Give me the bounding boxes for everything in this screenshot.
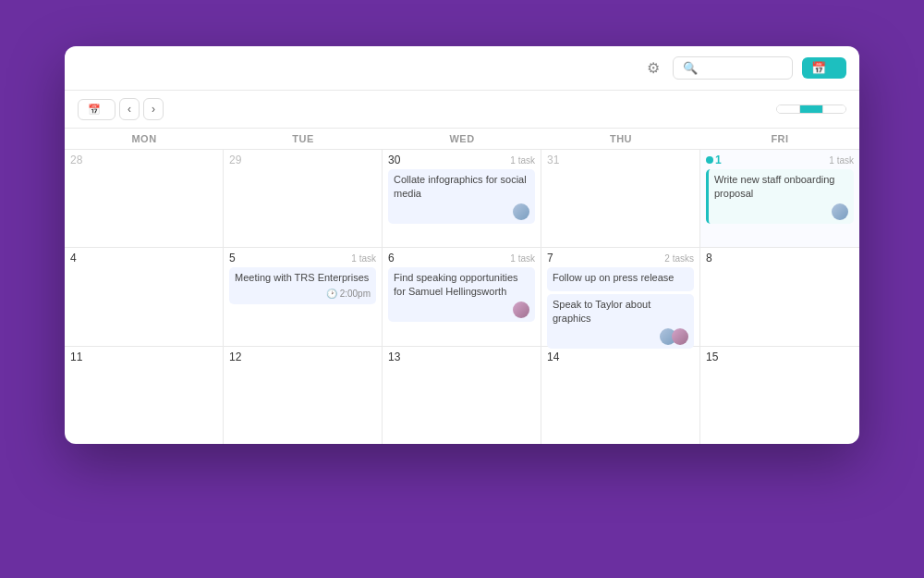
- task-card[interactable]: Write new staff onboarding proposal: [706, 169, 854, 224]
- day-cell: 8: [700, 248, 859, 345]
- day-cell: 61 taskFind speaking opportunities for S…: [383, 248, 541, 345]
- avatar-group: [660, 328, 688, 345]
- day-number: 14: [547, 350, 559, 363]
- day-number: 4: [70, 252, 77, 264]
- today-button[interactable]: 📅: [78, 99, 116, 120]
- task-card[interactable]: Speak to Taylor about graphics: [547, 294, 694, 349]
- calendar-tag[interactable]: 📅: [802, 57, 846, 79]
- day-cell: 29: [224, 150, 383, 247]
- day-cell: 14: [541, 347, 700, 444]
- day-number: 29: [229, 154, 241, 166]
- view-toggle: [776, 105, 846, 114]
- 5day-view-button[interactable]: [823, 105, 845, 113]
- day-number: 11: [70, 350, 82, 363]
- month-view-button[interactable]: [800, 105, 823, 113]
- day-number: 6: [388, 252, 395, 264]
- day-number: 7: [547, 252, 553, 264]
- task-meta: [394, 203, 529, 220]
- day-number: 1: [706, 154, 722, 166]
- day-number: 31: [547, 154, 559, 166]
- day-cell: 72 tasksFollow up on press releaseSpeak …: [541, 248, 700, 345]
- day-headers: MONTUEWEDTHUFRI: [65, 129, 859, 150]
- task-time: 🕑 2:00pm: [326, 288, 371, 301]
- toolbar: ⚙ 🔍 📅: [65, 46, 859, 91]
- day-cell: 13: [383, 347, 541, 444]
- day-cell: 11 taskWrite new staff onboarding propos…: [700, 150, 859, 247]
- day-cell: 301 taskCollate infographics for social …: [383, 150, 541, 247]
- nav-left: 📅 ‹ ›: [78, 98, 164, 120]
- task-text: Collate infographics for social media: [394, 173, 529, 201]
- week-row: 2829301 taskCollate infographics for soc…: [65, 150, 859, 248]
- task-count: 1 task: [510, 253, 535, 264]
- calendar-grid: MONTUEWEDTHUFRI 2829301 taskCollate info…: [65, 129, 859, 444]
- gear-button[interactable]: ⚙: [643, 55, 663, 80]
- day-number: 5: [229, 252, 236, 264]
- task-text: Find speaking opportunities for Samuel H…: [394, 271, 529, 299]
- task-meta: [714, 203, 848, 220]
- calendar-icon: 📅: [811, 61, 826, 75]
- task-card[interactable]: Find speaking opportunities for Samuel H…: [388, 267, 535, 322]
- task-card[interactable]: Collate infographics for social media: [388, 169, 535, 224]
- next-button[interactable]: ›: [143, 98, 164, 120]
- day-header-wed: WED: [383, 129, 541, 149]
- day-number: 12: [229, 350, 241, 363]
- day-cell: 11: [65, 347, 224, 444]
- day-cell: 4: [65, 248, 224, 345]
- calendar-small-icon: 📅: [88, 104, 101, 116]
- weeks: 2829301 taskCollate infographics for soc…: [65, 150, 859, 444]
- task-meta: [394, 301, 529, 318]
- task-text: Meeting with TRS Enterprises: [235, 271, 371, 285]
- day-number: 8: [706, 252, 712, 264]
- search-box[interactable]: 🔍: [673, 56, 793, 80]
- avatar: [513, 203, 529, 220]
- day-number: 15: [706, 350, 718, 363]
- week-row: 1112131415: [65, 347, 859, 444]
- prev-button[interactable]: ‹: [119, 98, 140, 120]
- day-header-fri: FRI: [700, 129, 859, 149]
- avatar: [832, 203, 848, 220]
- day-number: 30: [388, 154, 400, 166]
- day-cell: 31: [541, 150, 700, 247]
- task-count: 1 task: [510, 155, 535, 166]
- task-meta: [553, 328, 688, 345]
- search-icon: 🔍: [683, 61, 698, 75]
- avatar: [672, 328, 688, 345]
- task-card[interactable]: Meeting with TRS Enterprises🕑 2:00pm: [229, 267, 376, 303]
- day-header-mon: MON: [65, 129, 224, 149]
- nav-row: 📅 ‹ ›: [65, 91, 859, 129]
- task-text: Write new staff onboarding proposal: [714, 173, 848, 201]
- task-text: Speak to Taylor about graphics: [553, 298, 688, 326]
- task-count: 2 tasks: [664, 253, 694, 264]
- task-text: Follow up on press release: [553, 271, 688, 285]
- task-meta: 🕑 2:00pm: [235, 288, 371, 301]
- day-header-thu: THU: [541, 129, 700, 149]
- day-cell: 51 taskMeeting with TRS Enterprises🕑 2:0…: [224, 248, 383, 345]
- week-row: 451 taskMeeting with TRS Enterprises🕑 2:…: [65, 248, 859, 346]
- day-number: 28: [70, 154, 82, 166]
- task-count: 1 task: [351, 253, 376, 264]
- task-count: 1 task: [829, 155, 854, 166]
- day-cell: 12: [224, 347, 383, 444]
- task-card[interactable]: Follow up on press release: [547, 267, 694, 291]
- week-view-button[interactable]: [777, 105, 800, 113]
- day-header-tue: TUE: [224, 129, 383, 149]
- day-cell: 28: [65, 150, 224, 247]
- app-window: ⚙ 🔍 📅 📅 ‹ › MONTUEWEDTHUFRI: [65, 46, 859, 444]
- day-number: 13: [388, 350, 400, 363]
- day-cell: 15: [700, 347, 859, 444]
- avatar: [513, 301, 529, 318]
